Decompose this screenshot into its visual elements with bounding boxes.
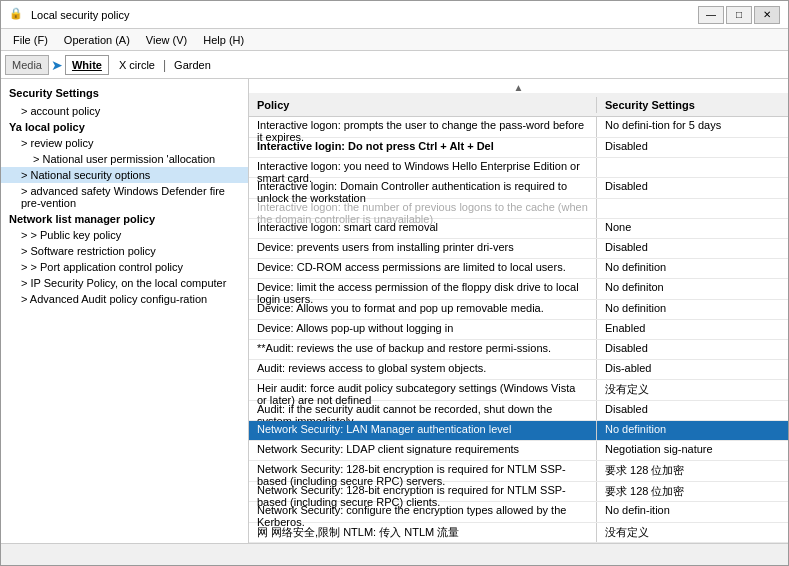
table-row[interactable]: Audit: reviews access to global system o… — [249, 360, 788, 380]
table-row[interactable]: Heir audit: force audit policy subcatego… — [249, 380, 788, 401]
sort-arrow[interactable]: ▲ — [249, 79, 788, 93]
table-row[interactable]: Network Security: LAN Manager authentica… — [249, 421, 788, 441]
sidebar-item-public-key[interactable]: > > Public key policy — [1, 227, 248, 243]
sidebar-item-account[interactable]: > account policy — [1, 103, 248, 119]
cell-security: No definiton — [597, 279, 788, 299]
sidebar-item-review[interactable]: > review policy — [1, 135, 248, 151]
cell-security: No definition — [597, 421, 788, 440]
cell-policy: Device: limit the access permission of t… — [249, 279, 597, 299]
cell-policy: Interactive login: Domain Controller aut… — [249, 178, 597, 198]
sidebar-item-ya-local[interactable]: Ya local policy — [1, 119, 248, 135]
cell-security: Disabled — [597, 178, 788, 198]
sidebar-item-network-list[interactable]: Network list manager policy — [1, 211, 248, 227]
toolbar-sep2: | — [163, 58, 166, 72]
maximize-button[interactable]: □ — [726, 6, 752, 24]
cell-policy: Audit: reviews access to global system o… — [249, 360, 597, 379]
table-row[interactable]: Interactive logon: the number of previou… — [249, 199, 788, 220]
table-row[interactable]: 网 网络安全,限制 NTLM: 传入 NTLM 流量没有定义 — [249, 523, 788, 543]
title-bar-left: 🔒 Local security policy — [9, 7, 129, 23]
sidebar-item-advanced-safety[interactable]: > advanced safety Windows Defender fire … — [1, 183, 248, 211]
app-icon: 🔒 — [9, 7, 25, 23]
content-area: ▲ Policy Security Settings Interactive l… — [249, 79, 788, 543]
main-window: 🔒 Local security policy — □ ✕ File (F) O… — [0, 0, 789, 566]
table-row[interactable]: Network Security: 128-bit encryption is … — [249, 482, 788, 503]
cell-security: None — [597, 219, 788, 238]
title-bar: 🔒 Local security policy — □ ✕ — [1, 1, 788, 29]
cell-policy: **Audit: reviews the use of backup and r… — [249, 340, 597, 359]
table-row[interactable]: Interactive logon: prompts the user to c… — [249, 117, 788, 138]
cell-security: Disabled — [597, 239, 788, 258]
col-policy-header[interactable]: Policy — [249, 97, 597, 113]
toolbar-white[interactable]: White — [65, 55, 109, 75]
menu-help[interactable]: Help (H) — [195, 32, 252, 48]
cell-policy: Interactive logon: smart card removal — [249, 219, 597, 238]
table-row[interactable]: Interactive logon: you need to Windows H… — [249, 158, 788, 179]
cell-policy: Audit: if the security audit cannot be r… — [249, 401, 597, 421]
sidebar-item-national-security[interactable]: > National security options — [1, 167, 248, 183]
cell-policy: Device: prevents users from installing p… — [249, 239, 597, 258]
cell-policy: Device: Allows you to format and pop up … — [249, 300, 597, 319]
menu-view[interactable]: View (V) — [138, 32, 195, 48]
minimize-button[interactable]: — — [698, 6, 724, 24]
window-title: Local security policy — [31, 9, 129, 21]
sidebar-item-ip-security[interactable]: > IP Security Policy, on the local compu… — [1, 275, 248, 291]
table-row[interactable]: Device: CD-ROM access permissions are li… — [249, 259, 788, 279]
cell-policy: Heir audit: force audit policy subcatego… — [249, 380, 597, 400]
table-row[interactable]: Device: limit the access permission of t… — [249, 279, 788, 300]
cell-security: 没有定义 — [597, 523, 788, 542]
cell-policy: Network Security: configure the encrypti… — [249, 502, 597, 522]
cell-security: Disabled — [597, 340, 788, 359]
table-row[interactable]: Audit: if the security audit cannot be r… — [249, 401, 788, 422]
toolbar: Media ➤ White X circle | Garden — [1, 51, 788, 79]
table-row[interactable]: Interactive login: Do not press Ctrl + A… — [249, 138, 788, 158]
policy-table: Interactive logon: prompts the user to c… — [249, 117, 788, 543]
table-row[interactable]: Network Security: 128-bit encryption is … — [249, 461, 788, 482]
table-row[interactable]: **Audit: reviews the use of backup and r… — [249, 340, 788, 360]
cell-policy: Network Security: LDAP client signature … — [249, 441, 597, 460]
cell-security: Disabled — [597, 401, 788, 421]
cell-policy: Interactive logon: the number of previou… — [249, 199, 597, 219]
cell-policy: Device: Allows pop-up without logging in — [249, 320, 597, 339]
table-row[interactable]: Interactive login: Domain Controller aut… — [249, 178, 788, 199]
cell-security: Negotiation sig-nature — [597, 441, 788, 460]
table-row[interactable]: Interactive logon: smart card removalNon… — [249, 219, 788, 239]
table-row[interactable]: Device: prevents users from installing p… — [249, 239, 788, 259]
col-security-header[interactable]: Security Settings — [597, 97, 788, 113]
table-row[interactable]: Device: Allows pop-up without logging in… — [249, 320, 788, 340]
cell-policy: Network Security: LAN Manager authentica… — [249, 421, 597, 440]
cell-security — [597, 158, 788, 178]
sidebar-item-software[interactable]: > Software restriction policy — [1, 243, 248, 259]
cell-security: Enabled — [597, 320, 788, 339]
cell-security: No defini-tion for 5 days — [597, 117, 788, 137]
cell-security: Dis-abled — [597, 360, 788, 379]
menu-file[interactable]: File (F) — [5, 32, 56, 48]
cell-policy: Interactive logon: prompts the user to c… — [249, 117, 597, 137]
toolbar-circle[interactable]: X circle — [113, 56, 161, 74]
sidebar: Security Settings > account policy Ya lo… — [1, 79, 249, 543]
cell-policy: Interactive logon: you need to Windows H… — [249, 158, 597, 178]
cell-security: No defin-ition — [597, 502, 788, 522]
column-header: Policy Security Settings — [249, 93, 788, 117]
close-button[interactable]: ✕ — [754, 6, 780, 24]
toolbar-arrow: ➤ — [51, 57, 63, 73]
sidebar-item-advanced-audit[interactable]: > Advanced Audit policy configu-ration — [1, 291, 248, 307]
cell-security: 没有定义 — [597, 380, 788, 400]
sidebar-item-port-app[interactable]: > > Port application control policy — [1, 259, 248, 275]
cell-security: 要求 128 位加密 — [597, 482, 788, 502]
table-row[interactable]: Network Security: configure the encrypti… — [249, 502, 788, 523]
title-controls: — □ ✕ — [698, 6, 780, 24]
menu-bar: File (F) Operation (A) View (V) Help (H) — [1, 29, 788, 51]
cell-policy: Interactive login: Do not press Ctrl + A… — [249, 138, 597, 157]
cell-policy: Network Security: 128-bit encryption is … — [249, 482, 597, 502]
toolbar-garden[interactable]: Garden — [168, 56, 217, 74]
cell-security: 要求 128 位加密 — [597, 461, 788, 481]
cell-policy: 网 网络安全,限制 NTLM: 传入 NTLM 流量 — [249, 523, 597, 542]
menu-operation[interactable]: Operation (A) — [56, 32, 138, 48]
toolbar-media[interactable]: Media — [5, 55, 49, 75]
status-bar — [1, 543, 788, 565]
sidebar-item-national-user[interactable]: > National user permission 'allocation — [1, 151, 248, 167]
main-content: Security Settings > account policy Ya lo… — [1, 79, 788, 543]
table-row[interactable]: Device: Allows you to format and pop up … — [249, 300, 788, 320]
table-row[interactable]: Network Security: LDAP client signature … — [249, 441, 788, 461]
cell-security: No definition — [597, 300, 788, 319]
